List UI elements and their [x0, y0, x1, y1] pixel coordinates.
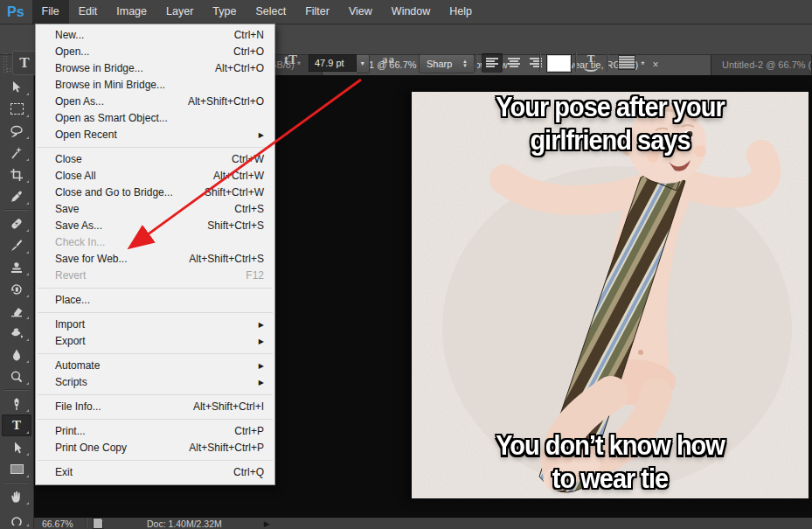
- meme-top-text: Your pose after your girlfriend says: [412, 92, 809, 156]
- move-tool-icon: [10, 80, 24, 94]
- menu-separator: [38, 353, 273, 354]
- menu-item-open-as[interactable]: Open As...Alt+Shift+Ctrl+O: [36, 94, 274, 110]
- dodge-tool[interactable]: [2, 365, 31, 387]
- path-selection-tool[interactable]: [2, 436, 31, 458]
- lasso-tool[interactable]: [2, 120, 31, 142]
- status-bar: 66.67% Doc: 1.40M/2.32M ▶: [33, 518, 812, 529]
- menu-item-place[interactable]: Place...: [36, 292, 274, 309]
- menu-item-close-and-go-to-bridge[interactable]: Close and Go to Bridge...Shift+Ctrl+W: [36, 184, 274, 201]
- menu-file[interactable]: File: [32, 0, 69, 24]
- eyedropper-tool[interactable]: [2, 185, 31, 207]
- pen-icon: [10, 397, 24, 411]
- tools-panel: » T: [0, 54, 34, 529]
- menu-item-scripts[interactable]: Scripts▶: [36, 374, 274, 391]
- anti-alias-spinner-icon[interactable]: ▲ ▼: [459, 59, 474, 68]
- tool-separator: [3, 389, 30, 391]
- menu-help[interactable]: Help: [440, 0, 482, 24]
- current-tool-indicator[interactable]: T: [12, 51, 37, 75]
- menu-item-new[interactable]: New...Ctrl+N: [36, 27, 274, 44]
- text-color-swatch[interactable]: [546, 54, 572, 73]
- align-left-button[interactable]: [482, 53, 503, 73]
- menu-item-print-one-copy[interactable]: Print One CopyAlt+Shift+Ctrl+P: [36, 440, 274, 456]
- history-brush-icon: [10, 282, 24, 296]
- font-size-combo[interactable]: 47.9 pt ▼: [309, 54, 370, 72]
- menu-item-close-all[interactable]: Close AllAlt+Ctrl+W: [36, 168, 274, 184]
- menu-item-export[interactable]: Export▶: [36, 333, 274, 350]
- align-center-icon: [508, 58, 520, 68]
- eyedropper-icon: [10, 190, 24, 204]
- menu-item-import[interactable]: Import▶: [36, 317, 274, 333]
- menu-edit[interactable]: Edit: [69, 0, 108, 24]
- magic-wand-icon: [10, 146, 24, 160]
- menu-filter[interactable]: Filter: [295, 0, 339, 24]
- warp-text-icon[interactable]: T: [582, 52, 600, 72]
- document-tab-3[interactable]: Untitled-2 @ 66.7% (Your pos: [711, 54, 812, 75]
- submenu-arrow-icon: ▶: [259, 333, 264, 350]
- font-size-dropdown-icon[interactable]: ▼: [357, 54, 370, 73]
- menu-item-automate[interactable]: Automate▶: [36, 358, 274, 374]
- pen-tool[interactable]: [2, 393, 31, 414]
- menu-view[interactable]: View: [339, 0, 382, 24]
- brush-tool[interactable]: [2, 234, 31, 256]
- spot-healing-brush-tool[interactable]: [2, 212, 31, 234]
- toggle-panels-icon[interactable]: [618, 55, 635, 70]
- menu-bar: Ps File Edit Image Layer Type Select Fil…: [0, 0, 812, 24]
- zoom-tool[interactable]: [2, 507, 31, 529]
- close-icon[interactable]: ×: [653, 59, 659, 71]
- options-bar-grip[interactable]: [3, 52, 8, 73]
- blur-drop-icon: [10, 348, 24, 362]
- rectangular-marquee-tool[interactable]: [2, 98, 31, 120]
- options-separator: [539, 52, 541, 72]
- font-size-input[interactable]: 47.9 pt: [309, 54, 357, 72]
- hand-tool[interactable]: [2, 485, 31, 507]
- menu-item-exit[interactable]: ExitCtrl+Q: [36, 464, 274, 481]
- align-center-button[interactable]: [503, 53, 524, 73]
- history-brush-tool[interactable]: [2, 278, 31, 300]
- zoom-level-field[interactable]: 66.67%: [42, 519, 80, 529]
- clone-stamp-icon: [10, 261, 24, 275]
- document-status-icon[interactable]: [93, 518, 103, 529]
- healing-brush-icon: [10, 217, 24, 231]
- brush-icon: [10, 239, 24, 253]
- menu-item-close[interactable]: CloseCtrl+W: [36, 151, 274, 168]
- menu-separator: [38, 419, 273, 420]
- menu-item-print[interactable]: Print...Ctrl+P: [36, 423, 274, 440]
- anti-alias-icon: aa: [382, 52, 395, 66]
- menu-type[interactable]: Type: [203, 0, 246, 24]
- menu-window[interactable]: Window: [382, 0, 440, 24]
- document-canvas[interactable]: Your pose after your girlfriend says You…: [412, 92, 809, 498]
- menu-item-browse-in-bridge[interactable]: Browse in Bridge...Alt+Ctrl+O: [36, 60, 274, 77]
- move-tool[interactable]: [2, 76, 31, 98]
- align-right-button[interactable]: [525, 53, 546, 73]
- menu-item-open-as-smart-object[interactable]: Open as Smart Object...: [36, 110, 274, 127]
- lasso-icon: [10, 124, 24, 138]
- options-separator: [607, 52, 608, 72]
- menu-item-browse-in-mini-bridge[interactable]: Browse in Mini Bridge...: [36, 77, 274, 94]
- magic-wand-tool[interactable]: [2, 142, 31, 164]
- tab-title: Untitled-2 @ 66.7% (Your pos: [722, 59, 812, 70]
- submenu-arrow-icon: ▶: [259, 317, 264, 333]
- menu-item-save[interactable]: SaveCtrl+S: [36, 201, 274, 218]
- rectangle-tool[interactable]: [2, 458, 31, 480]
- menu-item-save-as[interactable]: Save As...Shift+Ctrl+S: [36, 218, 274, 234]
- type-tool[interactable]: T: [2, 414, 31, 436]
- menu-item-check-in: Check In...: [36, 234, 274, 251]
- clone-stamp-tool[interactable]: [2, 256, 31, 278]
- eraser-tool[interactable]: [2, 300, 31, 322]
- font-size-icon: tT: [284, 52, 297, 67]
- submenu-arrow-icon: ▶: [259, 358, 264, 374]
- menu-item-save-for-web[interactable]: Save for Web...Alt+Shift+Ctrl+S: [36, 251, 274, 268]
- menu-layer[interactable]: Layer: [156, 0, 203, 24]
- blur-tool[interactable]: [2, 344, 31, 365]
- crop-icon: [10, 168, 24, 182]
- menu-item-open-recent[interactable]: Open Recent▶: [36, 127, 274, 143]
- crop-tool[interactable]: [2, 164, 31, 185]
- paint-bucket-tool[interactable]: [2, 322, 31, 344]
- anti-alias-combo[interactable]: Sharp ▲ ▼: [419, 54, 475, 73]
- menu-item-open[interactable]: Open...Ctrl+O: [36, 44, 274, 60]
- menu-item-file-info[interactable]: File Info...Alt+Shift+Ctrl+I: [36, 399, 274, 415]
- menu-select[interactable]: Select: [246, 0, 295, 24]
- menu-image[interactable]: Image: [107, 0, 156, 24]
- menu-separator: [38, 460, 273, 461]
- status-scrub-arrow-icon[interactable]: ▶: [264, 519, 270, 528]
